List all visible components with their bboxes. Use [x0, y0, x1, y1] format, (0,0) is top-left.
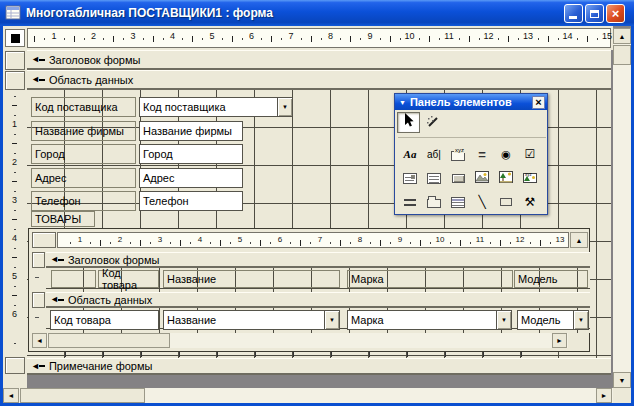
- text-box-tool-button[interactable]: аб|: [422, 142, 446, 166]
- toolbox-title-bar[interactable]: ▼ Панель элементов ×: [395, 94, 547, 110]
- ruler-dot: [202, 38, 203, 40]
- line-tool-button[interactable]: ╲: [470, 190, 494, 214]
- dropdown-arrow-icon[interactable]: ▼: [277, 98, 292, 116]
- ruler-tick: [460, 240, 461, 246]
- title-bar[interactable]: Многотабличная ПОСТАВЩИКИ1 : форма ×: [0, 0, 634, 26]
- hscrollbar-thumb[interactable]: [20, 388, 145, 403]
- field-2-text-box[interactable]: Название фирмы: [139, 121, 243, 141]
- field-label-2[interactable]: Название фирмы: [31, 121, 136, 141]
- control-wizards-tool-button[interactable]: [421, 112, 444, 133]
- image-icon: [475, 169, 489, 187]
- field-label-3[interactable]: Город: [31, 144, 136, 164]
- ruler-number: 2: [118, 236, 122, 244]
- minimize-button[interactable]: [564, 4, 583, 23]
- ruler-number: 13: [523, 32, 533, 41]
- list-box-tool-button[interactable]: [422, 166, 446, 190]
- subform-label[interactable]: ТОВАРЫ: [31, 211, 95, 227]
- ruler-dot: [14, 248, 16, 249]
- subform-field-1-text-box[interactable]: Код товара: [50, 310, 159, 330]
- dropdown-arrow-icon[interactable]: ▼: [573, 311, 588, 329]
- subform-column-header-4[interactable]: Модель: [514, 270, 588, 288]
- toggle-button-tool-button[interactable]: =: [470, 142, 494, 166]
- subform-column-header-1[interactable]: Код товара: [98, 270, 159, 288]
- page-break-tool-button[interactable]: [398, 190, 422, 214]
- tovary-subform-control[interactable]: 12345678910111213 ▲ ◄ Заголовок формы Ко…: [28, 228, 590, 352]
- subform-detail-surface[interactable]: Код товараНазвание▼Марка▼Модель▼: [46, 308, 590, 333]
- subform-field-4-combo-box[interactable]: Модель▼: [517, 310, 589, 330]
- combo-box-tool-button[interactable]: [398, 166, 422, 190]
- select-object-tool-button[interactable]: [397, 112, 420, 133]
- subform-header-section-bar[interactable]: ◄ Заголовок формы: [46, 252, 590, 268]
- field-4-text-box[interactable]: Адрес: [139, 168, 243, 188]
- ruler-dot: [360, 38, 361, 40]
- maximize-button[interactable]: [585, 4, 604, 23]
- command-button-tool-button[interactable]: [446, 166, 470, 190]
- detail-section-bar[interactable]: ◄ Область данных: [27, 70, 611, 90]
- ruler-dot: [400, 38, 401, 40]
- ruler-dot: [430, 242, 431, 244]
- field-label-4[interactable]: Адрес: [31, 168, 136, 188]
- more-controls-tool-button[interactable]: ⚒: [518, 190, 542, 214]
- ruler-number: 13: [556, 236, 565, 244]
- unbound-object-frame-icon: [499, 169, 513, 187]
- unbound-object-frame-tool-button[interactable]: [494, 166, 518, 190]
- ruler-tick: [12, 219, 17, 220]
- subform-detail-section-selector[interactable]: [32, 292, 45, 308]
- field-label-1[interactable]: Код поставщика: [31, 97, 136, 117]
- subform-form-selector[interactable]: [32, 232, 56, 248]
- subform-field-3-combo-box[interactable]: Марка▼: [347, 310, 512, 330]
- ruler-dot: [261, 38, 262, 40]
- toolbox-tool-grid: Aaаб|=◉☑xyz╲⚒: [398, 137, 546, 214]
- field-label-5[interactable]: Телефон: [31, 191, 136, 211]
- field-3-text-box[interactable]: Город: [139, 144, 243, 164]
- subform-column-header-selector[interactable]: [51, 270, 96, 288]
- subform-column-header-2[interactable]: Название: [163, 270, 340, 288]
- rectangle-tool-button[interactable]: [494, 190, 518, 214]
- grid-tick: [483, 352, 484, 357]
- ruler-dot: [14, 172, 16, 173]
- subform-hscrollbar-thumb[interactable]: [48, 333, 170, 348]
- form-footer-section-selector[interactable]: [5, 357, 25, 374]
- toolbox-window[interactable]: ▼ Панель элементов × Aaаб|=◉☑xyz╲⚒: [394, 93, 548, 215]
- tab-control-tool-button[interactable]: [422, 190, 446, 214]
- subform-header-section-selector[interactable]: [32, 252, 45, 268]
- subform-subreport-icon: [451, 197, 465, 208]
- ruler-tick: [140, 240, 141, 246]
- subform-detail-section-bar[interactable]: ◄ Область данных: [46, 292, 590, 308]
- dropdown-arrow-icon[interactable]: ▼: [324, 311, 339, 329]
- subform-scrollbar-corner: [568, 333, 588, 348]
- subform-scroll-right-button[interactable]: ►: [552, 333, 567, 348]
- scroll-left-button[interactable]: ◄: [3, 388, 19, 403]
- subform-header-surface[interactable]: Код товараНазваниеМаркаМодель: [46, 268, 590, 292]
- subform-scroll-up-button[interactable]: ▲: [570, 232, 588, 248]
- detail-section-selector[interactable]: [5, 71, 25, 90]
- subform-field-2-combo-box[interactable]: Название▼: [163, 310, 340, 330]
- label-tool-button[interactable]: Aa: [398, 142, 422, 166]
- scroll-right-button[interactable]: ►: [596, 388, 612, 403]
- check-box-tool-button[interactable]: ☑: [518, 142, 542, 166]
- scroll-down-button[interactable]: ▼: [613, 372, 631, 388]
- field-5-text-box[interactable]: Телефон: [139, 191, 243, 211]
- scroll-up-button[interactable]: ▲: [613, 28, 631, 44]
- ruler-dot: [459, 38, 460, 40]
- subform-scroll-left-button[interactable]: ◄: [32, 333, 47, 348]
- subform-column-header-3[interactable]: Марка: [347, 270, 513, 288]
- form-footer-section-bar[interactable]: ◄ Примечание формы: [27, 358, 611, 375]
- option-group-tool-button[interactable]: [446, 142, 470, 166]
- ruler-dot: [550, 242, 551, 244]
- form-header-section-selector[interactable]: [5, 51, 25, 70]
- toolbox-close-button[interactable]: ×: [532, 96, 545, 109]
- subform-subreport-tool-button[interactable]: [446, 190, 470, 214]
- dropdown-arrow-icon[interactable]: ▼: [496, 311, 511, 329]
- image-tool-button[interactable]: [470, 166, 494, 190]
- form-selector-button[interactable]: [5, 29, 25, 47]
- vscrollbar-track[interactable]: [613, 28, 631, 388]
- close-button[interactable]: ×: [606, 4, 625, 23]
- form-header-section-bar[interactable]: ◄ Заголовок формы: [27, 50, 611, 70]
- vscrollbar-thumb[interactable]: [613, 45, 631, 65]
- field-1-combo-box[interactable]: Код поставщика▼: [139, 97, 293, 117]
- ruler-tick: [420, 240, 421, 246]
- option-button-tool-button[interactable]: ◉: [494, 142, 518, 166]
- bound-object-frame-tool-button[interactable]: xyz: [518, 166, 542, 190]
- ruler-number: 4: [12, 234, 17, 243]
